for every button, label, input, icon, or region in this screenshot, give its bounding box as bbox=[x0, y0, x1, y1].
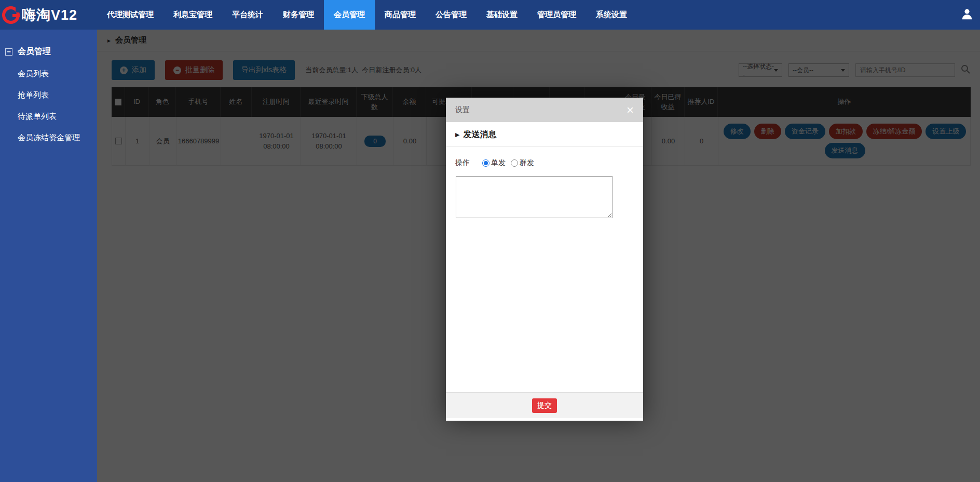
nav-item[interactable]: 代理测试管理 bbox=[97, 0, 164, 30]
nav-item[interactable]: 公告管理 bbox=[426, 0, 477, 30]
sidebar-item[interactable]: 待派单列表 bbox=[0, 106, 97, 127]
settings-modal: 设置 × ▶ 发送消息 操作 单发 群发 提交 bbox=[446, 98, 643, 421]
operation-row: 操作 单发 群发 bbox=[455, 158, 634, 168]
user-icon[interactable] bbox=[960, 7, 974, 23]
nav-item[interactable]: 商品管理 bbox=[375, 0, 426, 30]
sidebar-items: 会员列表抢单列表待派单列表会员冻结资金管理 bbox=[0, 63, 97, 149]
operation-label: 操作 bbox=[455, 158, 470, 168]
modal-footer: 提交 bbox=[446, 392, 643, 418]
nav-item[interactable]: 财务管理 bbox=[273, 0, 324, 30]
logo-g-icon bbox=[2, 6, 20, 24]
triangle-right-icon: ▶ bbox=[455, 131, 459, 138]
sidebar: − 会员管理 会员列表抢单列表待派单列表会员冻结资金管理 bbox=[0, 30, 97, 482]
sidebar-item[interactable]: 会员冻结资金管理 bbox=[0, 127, 97, 149]
radio-option-bulk[interactable]: 群发 bbox=[511, 158, 534, 168]
radio-option-single[interactable]: 单发 bbox=[482, 158, 506, 168]
nav-item[interactable]: 管理员管理 bbox=[527, 0, 586, 30]
nav-item[interactable]: 会员管理 bbox=[324, 0, 375, 30]
nav-item[interactable]: 系统设置 bbox=[586, 0, 637, 30]
modal-section-title: ▶ 发送消息 bbox=[446, 122, 643, 147]
close-icon[interactable]: × bbox=[627, 104, 634, 116]
topnav: 嗨淘V12 代理测试管理利息宝管理平台统计财务管理会员管理商品管理公告管理基础设… bbox=[0, 0, 980, 30]
sidebar-section-label: 会员管理 bbox=[18, 46, 51, 57]
modal-titlebar: 设置 × bbox=[446, 98, 643, 122]
nav-item[interactable]: 平台统计 bbox=[222, 0, 273, 30]
nav-item[interactable]: 基础设置 bbox=[477, 0, 527, 30]
modal-title: 设置 bbox=[455, 105, 470, 115]
submit-button[interactable]: 提交 bbox=[532, 398, 557, 413]
logo[interactable]: 嗨淘V12 bbox=[0, 0, 97, 30]
sidebar-section-member-management[interactable]: − 会员管理 bbox=[5, 46, 97, 57]
nav-item[interactable]: 利息宝管理 bbox=[164, 0, 222, 30]
sidebar-item[interactable]: 会员列表 bbox=[0, 63, 97, 85]
app-root: 嗨淘V12 代理测试管理利息宝管理平台统计财务管理会员管理商品管理公告管理基础设… bbox=[0, 0, 980, 482]
collapse-minus-icon[interactable]: − bbox=[5, 48, 12, 56]
radio-unselected-icon[interactable] bbox=[511, 159, 518, 167]
message-textarea[interactable] bbox=[456, 176, 612, 218]
sidebar-item[interactable]: 抢单列表 bbox=[0, 85, 97, 106]
logo-text: 嗨淘V12 bbox=[22, 6, 77, 24]
topnav-items: 代理测试管理利息宝管理平台统计财务管理会员管理商品管理公告管理基础设置管理员管理… bbox=[97, 0, 637, 30]
radio-selected-icon[interactable] bbox=[482, 159, 489, 167]
